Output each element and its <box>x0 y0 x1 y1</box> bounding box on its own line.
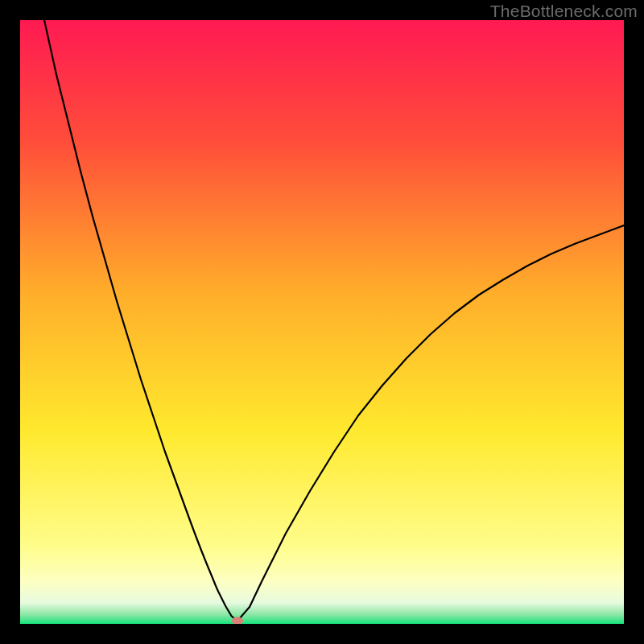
gradient-background <box>20 20 624 624</box>
bottleneck-chart <box>20 20 624 624</box>
chart-frame: TheBottleneck.com <box>0 0 644 644</box>
watermark-text: TheBottleneck.com <box>490 2 638 21</box>
